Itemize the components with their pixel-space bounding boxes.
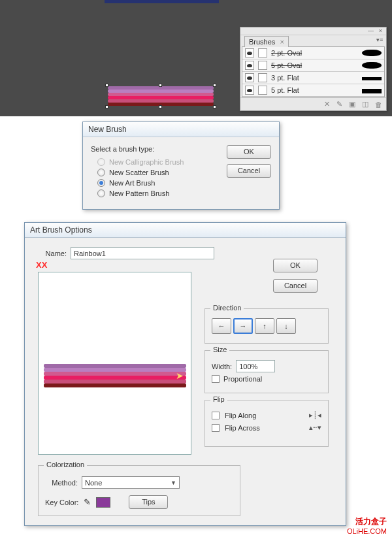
radio-icon	[97, 158, 105, 166]
visibility-icon[interactable]	[245, 86, 254, 95]
visibility-icon[interactable]	[245, 73, 254, 82]
key-color-swatch[interactable]	[96, 497, 110, 508]
radio-label: New Art Brush	[109, 179, 155, 187]
flip-across-checkbox[interactable]	[212, 424, 220, 432]
flip-group: Flip Flip Along ▸┊◂ Flip Across ▴┈▾	[204, 400, 329, 447]
width-input[interactable]	[236, 360, 275, 372]
brush-row[interactable]: 5 pt. Oval	[242, 59, 384, 72]
direction-down-button[interactable]: ↓	[276, 318, 296, 334]
panel-footer: ✕ ✎ ▣ ◫ 🗑	[240, 97, 386, 110]
brush-thumb	[258, 73, 267, 82]
direction-left-button[interactable]: ←	[212, 318, 231, 334]
radio-calligraphic: New Calligraphic Brush	[97, 158, 220, 166]
art-brush-options-dialog: Art Brush Options Name: OK Cancel ➤ Dire…	[24, 222, 346, 526]
brush-preview	[362, 50, 382, 56]
dialog-title: New Brush	[83, 122, 279, 137]
close-tab-icon[interactable]: ×	[280, 38, 284, 46]
close-icon[interactable]: ×	[378, 28, 384, 34]
selection-handle[interactable]	[159, 105, 162, 108]
selection-handle[interactable]	[213, 105, 216, 108]
watermark-cn: 活力盒子	[347, 516, 387, 527]
radio-icon[interactable]	[97, 169, 105, 176]
direction-right-button[interactable]: →	[233, 318, 253, 334]
flip-along-checkbox[interactable]	[212, 412, 220, 419]
watermark: 活力盒子 OLiHE.COM	[347, 516, 387, 535]
proportional-label: Proportional	[223, 375, 262, 383]
brush-list: 2 pt. Oval 5 pt. Oval 3 pt. Flat 5 pt. F…	[242, 46, 385, 97]
preview-stroke: ➤	[44, 364, 186, 387]
radio-label: New Scatter Brush	[109, 169, 169, 176]
brush-name: 5 pt. Flat	[271, 86, 358, 94]
proportional-checkbox[interactable]	[212, 375, 220, 383]
group-title: Size	[210, 346, 229, 353]
cancel-button[interactable]: Cancel	[273, 279, 318, 293]
brush-preview	[362, 89, 382, 93]
brushes-panel: — × Brushes × ▾≡ 2 pt. Oval 5 pt. Oval 3…	[240, 27, 387, 111]
selected-artwork[interactable]	[108, 86, 214, 106]
name-label: Name:	[34, 250, 67, 257]
prompt-label: Select a brush type:	[91, 145, 220, 153]
brush-preview	[362, 62, 382, 69]
method-value: None	[85, 479, 102, 487]
size-group: Size Width: Proportional	[204, 350, 329, 393]
brush-name: 3 pt. Flat	[271, 74, 358, 82]
dialog-title: Art Brush Options	[25, 223, 346, 238]
tips-button[interactable]: Tips	[129, 495, 168, 509]
radio-art[interactable]: New Art Brush	[97, 179, 220, 187]
radio-icon[interactable]	[97, 189, 105, 197]
colorization-group: Colorization Method: None ▼ Key Color: ✎…	[38, 465, 240, 516]
cancel-button[interactable]: Cancel	[227, 164, 271, 178]
radio-pattern[interactable]: New Pattern Brush	[97, 189, 220, 197]
radio-label: New Pattern Brush	[109, 189, 169, 197]
brush-thumb	[258, 61, 267, 70]
brush-thumb	[258, 48, 267, 57]
eyedropper-icon[interactable]: ✎	[84, 497, 91, 507]
panel-tab-row: Brushes × ▾≡	[240, 35, 386, 46]
panel-controls: — ×	[240, 27, 386, 35]
method-label: Method:	[45, 479, 78, 487]
ok-button[interactable]: OK	[227, 145, 271, 159]
direction-group: Direction ← → ↑ ↓	[204, 308, 329, 344]
radio-label: New Calligraphic Brush	[109, 158, 184, 166]
selection-handle[interactable]	[105, 105, 108, 108]
brush-name: 2 pt. Oval	[271, 49, 358, 57]
group-title: Flip	[210, 395, 227, 403]
ok-button[interactable]: OK	[273, 259, 318, 272]
brush-name: 5 pt. Oval	[271, 61, 358, 69]
panel-tab-brushes[interactable]: Brushes ×	[244, 36, 289, 47]
panel-menu-icon[interactable]: ▾≡	[376, 37, 382, 43]
selection-handle[interactable]	[159, 84, 162, 87]
flip-along-icon: ▸┊◂	[309, 411, 321, 419]
selection-handle[interactable]	[105, 84, 108, 87]
method-select[interactable]: None ▼	[82, 476, 180, 489]
width-label: Width:	[212, 363, 232, 370]
visibility-icon[interactable]	[245, 48, 254, 57]
stroke-stripes	[108, 86, 214, 106]
new-library-icon[interactable]: ✎	[336, 100, 342, 108]
chevron-down-icon: ▼	[171, 480, 176, 486]
annotation-xx: XX	[36, 260, 47, 270]
brush-row[interactable]: 2 pt. Oval	[242, 47, 384, 59]
group-title: Colorization	[44, 461, 87, 468]
trash-icon[interactable]: 🗑	[375, 101, 382, 108]
visibility-icon[interactable]	[245, 61, 254, 70]
name-input[interactable]	[71, 247, 214, 259]
brush-row[interactable]: 5 pt. Flat	[242, 84, 384, 97]
brush-thumb	[258, 86, 267, 95]
remove-link-icon[interactable]: ✕	[324, 100, 330, 108]
key-color-label: Key Color:	[45, 498, 78, 506]
brush-row[interactable]: 3 pt. Flat	[242, 72, 384, 84]
flip-across-label: Flip Across	[225, 424, 260, 432]
options-icon[interactable]: ◫	[362, 100, 368, 108]
brush-preview	[362, 77, 382, 80]
brush-preview-box: ➤	[38, 272, 191, 455]
group-title: Direction	[210, 304, 244, 312]
minimize-icon[interactable]: —	[368, 28, 374, 34]
ruler-fragment	[105, 0, 219, 3]
direction-up-button[interactable]: ↑	[255, 318, 274, 334]
radio-scatter[interactable]: New Scatter Brush	[97, 169, 220, 176]
selection-handle[interactable]	[213, 84, 216, 87]
flip-across-icon: ▴┈▾	[309, 423, 321, 432]
new-brush-icon[interactable]: ▣	[349, 100, 355, 108]
radio-icon[interactable]	[97, 179, 105, 187]
